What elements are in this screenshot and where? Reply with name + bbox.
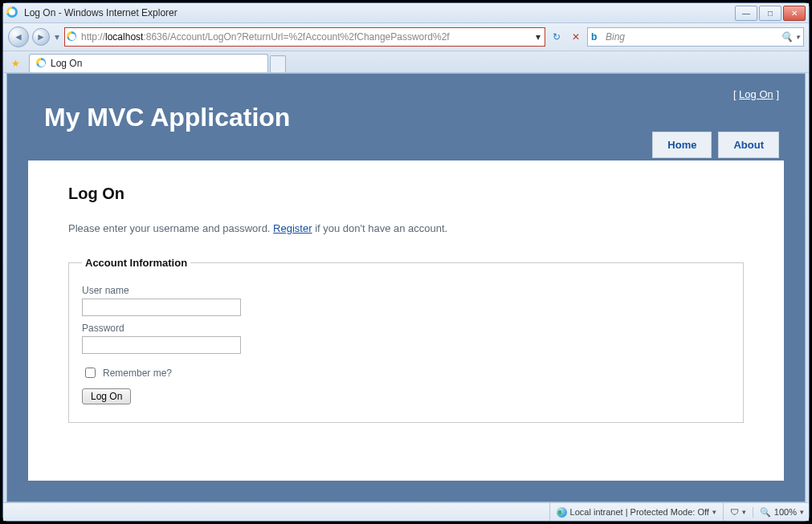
address-dropdown[interactable]: ▾ — [533, 31, 543, 43]
minimize-button[interactable]: — — [735, 6, 757, 21]
username-label: User name — [82, 285, 730, 296]
stop-button[interactable]: ✕ — [568, 29, 584, 45]
url-host: localhost — [105, 31, 143, 43]
bing-icon: b — [591, 31, 602, 43]
zoom-text: 100% — [774, 507, 797, 517]
tab-active[interactable]: Log On — [29, 54, 268, 72]
logon-button[interactable]: Log On — [82, 388, 131, 404]
account-fieldset: Account Information User name Password R… — [68, 257, 744, 423]
security-zone[interactable]: Local intranet | Protected Mode: Off ▾ — [549, 503, 716, 521]
intro-b: if you don't have an account. — [312, 222, 448, 234]
url-prefix: http:// — [81, 31, 105, 43]
ie-icon — [6, 6, 19, 19]
page-icon — [67, 31, 78, 43]
tab-label: Log On — [51, 58, 82, 69]
search-placeholder: Bing — [606, 31, 625, 43]
window-title: Log On - Windows Internet Explorer — [24, 7, 177, 18]
app-title: My MVC Application — [44, 103, 290, 132]
globe-icon — [557, 507, 567, 518]
register-link[interactable]: Register — [273, 222, 312, 234]
nav-about[interactable]: About — [718, 132, 779, 158]
forward-button[interactable]: ► — [32, 28, 50, 46]
tab-strip: ★ Log On — [3, 51, 809, 73]
search-dropdown[interactable]: ▾ — [796, 33, 800, 41]
username-input[interactable] — [82, 299, 241, 316]
remember-label: Remember me? — [103, 368, 172, 379]
fieldset-legend: Account Information — [82, 257, 190, 269]
content-panel: Log On Please enter your username and pa… — [28, 160, 784, 481]
zoom-dropdown-icon: ▾ — [800, 508, 804, 516]
browser-window: Log On - Windows Internet Explorer — □ ✕… — [2, 2, 810, 522]
nav-toolbar: ◄ ► ▾ http://localhost:8636/Account/LogO… — [3, 23, 809, 51]
nav-history-dropdown[interactable]: ▾ — [53, 31, 61, 43]
zone-dropdown-icon: ▾ — [712, 508, 716, 516]
new-tab-button[interactable] — [270, 55, 286, 72]
logon-link[interactable]: Log On — [739, 88, 773, 100]
status-bar: Local intranet | Protected Mode: Off ▾ 🛡… — [3, 502, 809, 521]
url-text: http://localhost:8636/Account/LogOn?Retu… — [81, 31, 533, 43]
window-controls: — □ ✕ — [735, 6, 806, 21]
search-box[interactable]: b Bing 🔍 ▾ — [587, 27, 804, 47]
main-nav: Home About — [652, 132, 779, 158]
shield-icon: 🛡 — [730, 507, 739, 517]
zone-text: Local intranet | Protected Mode: Off — [570, 507, 709, 517]
intro-a: Please enter your username and password. — [68, 222, 273, 234]
password-label: Password — [82, 323, 730, 334]
page-background: [ Log On ] My MVC Application Home About… — [7, 74, 805, 502]
zoom-icon: 🔍 — [760, 507, 771, 518]
page-heading: Log On — [68, 185, 744, 203]
nav-home[interactable]: Home — [652, 132, 712, 158]
url-rest: :8636/Account/LogOn?ReturnUrl=%2fAccount… — [143, 31, 449, 43]
password-field: Password — [82, 323, 730, 354]
submit-row: Log On — [82, 388, 730, 404]
refresh-button[interactable]: ↻ — [549, 29, 565, 45]
login-links: [ Log On ] — [733, 88, 779, 100]
search-icon[interactable]: 🔍 — [781, 31, 793, 43]
safety-menu[interactable]: 🛡 ▾ — [723, 503, 746, 521]
username-field: User name — [82, 285, 730, 316]
safety-dropdown-icon: ▾ — [742, 508, 746, 516]
address-bar[interactable]: http://localhost:8636/Account/LogOn?Retu… — [64, 27, 545, 47]
remember-row: Remember me? — [82, 365, 730, 380]
password-input[interactable] — [82, 336, 241, 354]
remember-checkbox[interactable] — [85, 368, 96, 378]
zoom-control[interactable]: 🔍 100% ▾ — [753, 507, 804, 518]
content-viewport: [ Log On ] My MVC Application Home About… — [6, 73, 806, 502]
titlebar: Log On - Windows Internet Explorer — □ ✕ — [3, 3, 809, 23]
tab-page-icon — [36, 58, 46, 70]
close-button[interactable]: ✕ — [783, 6, 806, 21]
favorites-button[interactable]: ★ — [6, 55, 24, 72]
back-button[interactable]: ◄ — [8, 26, 29, 47]
maximize-button[interactable]: □ — [759, 6, 781, 21]
intro-text: Please enter your username and password.… — [68, 222, 744, 234]
